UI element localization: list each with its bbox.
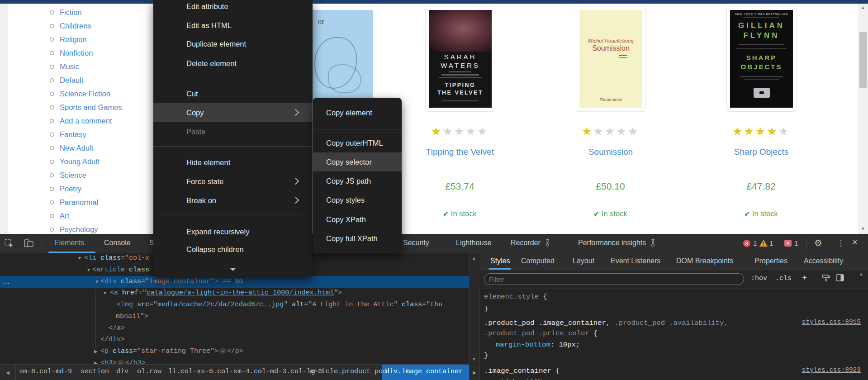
category-link[interactable]: Nonfiction — [60, 49, 93, 57]
breadcrumb-item[interactable]: section — [81, 368, 109, 375]
tab-elements[interactable]: Elements — [54, 239, 85, 247]
warning-count[interactable]: 1 — [769, 239, 773, 247]
sidebar-tab-styles[interactable]: Styles — [490, 257, 510, 265]
elements-scrollbar[interactable] — [469, 253, 480, 364]
toggle-cls[interactable]: .cls — [775, 275, 792, 282]
book-cover[interactable]: SARAHWATERSTIPPINGTHE VELVET — [429, 10, 492, 108]
menu-item-copy[interactable]: Copy — [153, 103, 313, 122]
expand-arrow-open-icon[interactable]: ▼ — [86, 264, 91, 276]
category-link[interactable]: Religion — [60, 35, 87, 44]
category-link[interactable]: Fiction — [60, 8, 82, 17]
sidebar-item-science[interactable]: Science — [50, 168, 149, 182]
menu-item-break-on[interactable]: Break on — [153, 191, 313, 210]
book-title-link[interactable]: Tipping the Velvet — [401, 147, 519, 157]
menu-item-expand-recursively[interactable]: Expand recursively — [153, 222, 313, 241]
sidebar-tab-accessibility[interactable]: Accessibility — [804, 257, 843, 265]
sidebar-tab-layout[interactable]: Layout — [573, 257, 594, 265]
menu-item-edit-as-html[interactable]: Edit as HTML — [153, 16, 313, 35]
sidebar-item-young-adult[interactable]: Young Adult — [50, 155, 149, 168]
category-link[interactable]: Childrens — [60, 22, 91, 30]
breadcrumb-item[interactable]: div — [116, 368, 128, 375]
collapsed-content-pill[interactable]: … — [118, 360, 124, 364]
tab-performance-insights[interactable]: Performance insights — [578, 239, 656, 247]
book-title-link[interactable]: Sharp Objects — [702, 147, 820, 157]
category-link[interactable]: Science Fiction — [60, 90, 110, 98]
breadcrumb-item[interactable]: li.col-xs-6.col-sm-4.col-md-3.col-lg-3 — [168, 368, 323, 375]
breadcrumb-item-selected[interactable]: div.image_container — [385, 368, 463, 375]
book-card-sharp-objects[interactable]: NEW YORK TIMES BESTSELLERGILLIANFLYNNSHA… — [726, 6, 797, 112]
sidebar-item-religion[interactable]: Religion — [50, 33, 149, 46]
category-link[interactable]: Art — [60, 212, 69, 220]
device-toolbar-icon[interactable] — [24, 238, 34, 250]
breadcrumb-item[interactable]: ol.row — [137, 368, 161, 375]
dom-node-line[interactable]: <li class="col-x — [84, 253, 149, 264]
styles-scroll-up-icon[interactable]: ▲ — [859, 272, 863, 276]
breadcrumb-scroll-right-icon[interactable]: ▶ — [469, 365, 479, 380]
category-link[interactable]: Paranormal — [60, 198, 98, 207]
collapsed-content-pill[interactable]: … — [219, 348, 226, 354]
category-link[interactable]: Sports and Games — [60, 103, 122, 112]
expand-arrow-closed-icon[interactable]: ▶ — [94, 357, 98, 364]
sidebar-item-default[interactable]: Default — [50, 73, 149, 87]
category-link[interactable]: New Adult — [60, 144, 93, 152]
menu-item-copy-js-path[interactable]: Copy JS path — [313, 171, 402, 190]
book-card-soumission[interactable]: Michel HouellebecqSoumissionFlammarion — [576, 6, 646, 112]
css-rule-line[interactable]: } — [484, 304, 488, 314]
tab-console[interactable]: Console — [104, 239, 131, 247]
menu-item-copy-xpath[interactable]: Copy XPath — [313, 210, 402, 229]
book-card-tipping-the-velvet[interactable]: SARAHWATERSTIPPINGTHE VELVET — [425, 6, 495, 112]
panel-layout-toggle-icon[interactable] — [836, 274, 844, 283]
styles-filter-input[interactable] — [484, 273, 744, 285]
category-link[interactable]: Science — [60, 171, 86, 180]
sidebar-tab-properties[interactable]: Properties — [754, 257, 787, 265]
book-cover[interactable]: NEW YORK TIMES BESTSELLERGILLIANFLYNNSHA… — [730, 10, 793, 108]
expand-arrow-open-icon[interactable]: ▼ — [77, 253, 82, 264]
elements-scroll-down-icon[interactable]: ▼ — [472, 357, 476, 361]
dom-node-line[interactable]: mbnail"> — [116, 311, 148, 322]
sidebar-item-childrens[interactable]: Childrens — [50, 19, 149, 33]
page-scroll-down-icon[interactable]: ▼ — [861, 227, 865, 231]
toggle-hov[interactable]: :hov — [751, 275, 767, 282]
menu-item-cut[interactable]: Cut — [153, 84, 313, 103]
expand-arrow-open-icon[interactable]: ▼ — [95, 276, 99, 287]
menu-item-edit-attribute[interactable]: Edit attribute — [153, 0, 313, 16]
breadcrumb-item[interactable]: article.product_pod — [309, 368, 387, 375]
sidebar-item-fiction[interactable]: Fiction — [50, 5, 149, 19]
dom-node-line[interactable]: <div class="image_container"> == $0 — [100, 276, 243, 287]
menu-item-paste[interactable]: Paste — [153, 122, 313, 141]
page-scroll-up-icon[interactable]: ▲ — [861, 5, 865, 10]
dom-node-line[interactable]: <a href="catalogue/a-light-in-the-attic_… — [110, 287, 342, 299]
elements-scroll-up-icon[interactable]: ▲ — [472, 256, 476, 261]
error-count-icon[interactable]: ✕ — [743, 240, 750, 247]
css-rule-line[interactable]: margin-bottom: 10px; — [496, 339, 580, 350]
dom-node-line[interactable]: </div> — [100, 334, 125, 345]
menu-item-copy-selector[interactable]: Copy selector — [313, 152, 402, 171]
dom-node-line[interactable]: <article class — [92, 264, 149, 276]
menu-item-copy-outerhtml[interactable]: Copy outerHTML — [313, 133, 402, 152]
sidebar-tab-dom-breakpoints[interactable]: DOM Breakpoints — [676, 257, 733, 265]
menu-item-copy-element[interactable]: Copy element — [313, 103, 402, 122]
dom-node-line[interactable]: <h3>…</h3> — [100, 357, 146, 364]
tab-recorder[interactable]: Recorder — [511, 239, 551, 247]
expand-arrow-closed-icon[interactable]: ▶ — [94, 346, 98, 357]
sidebar-item-new-adult[interactable]: New Adult — [50, 141, 149, 155]
category-link[interactable]: Default — [60, 76, 83, 85]
menu-scroll-caret-icon[interactable] — [230, 268, 236, 271]
dom-node-line[interactable]: <img src="media/cache/2c/da/2cdad67c….jp… — [117, 299, 442, 310]
css-rule-line[interactable]: width: 100%; — [496, 377, 546, 380]
sidebar-tab-computed[interactable]: Computed — [521, 257, 555, 265]
menu-item-delete-element[interactable]: Delete element — [153, 54, 313, 73]
category-link[interactable]: Add a comment — [60, 117, 112, 125]
issues-icon[interactable]: ✕ — [784, 240, 792, 247]
css-rule-line[interactable]: element.style { — [484, 291, 547, 302]
row-options-kebab-icon[interactable]: … — [3, 276, 10, 287]
sidebar-item-music[interactable]: Music — [50, 60, 149, 73]
devtools-menu-kebab-icon[interactable]: ⋮ — [837, 238, 845, 248]
menu-item-force-state[interactable]: Force state — [153, 172, 313, 191]
book-cover[interactable]: Michel HouellebecqSoumissionFlammarion — [579, 10, 642, 108]
dom-node-line[interactable]: </a> — [109, 323, 125, 334]
sidebar-item-add-a-comment[interactable]: Add a comment — [50, 114, 149, 128]
tab-lighthouse[interactable]: Lighthouse — [456, 239, 491, 247]
sidebar-item-fantasy[interactable]: Fantasy — [50, 128, 149, 141]
devtools-close-icon[interactable]: × — [852, 237, 858, 247]
